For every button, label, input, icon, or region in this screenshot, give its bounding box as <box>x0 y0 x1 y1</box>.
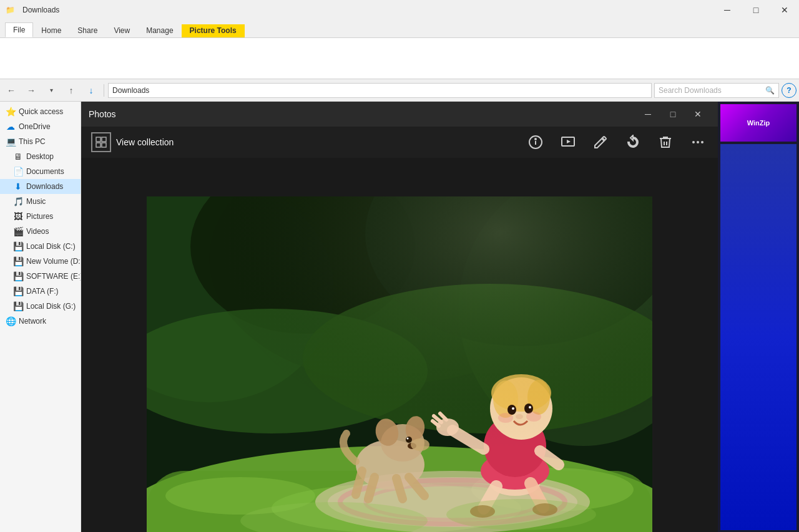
sidebar-item-this-pc[interactable]: 💻 This PC <box>0 134 81 149</box>
sidebar-item-new-volume-d[interactable]: 💾 New Volume (D: <box>0 254 81 269</box>
local-disk-g-icon: 💾 <box>12 301 24 312</box>
up-button[interactable]: ↑ <box>62 82 80 99</box>
forward-button[interactable]: → <box>22 82 40 99</box>
sidebar-item-downloads[interactable]: ⬇ Downloads <box>0 179 81 194</box>
slideshow-button[interactable] <box>558 132 578 152</box>
sidebar-item-documents[interactable]: 📄 Documents <box>0 164 81 179</box>
maximize-button[interactable]: □ <box>742 0 770 20</box>
sidebar-label-onedrive: OneDrive <box>19 122 51 131</box>
svg-rect-0 <box>96 137 100 142</box>
title-bar-text: Downloads <box>20 6 799 14</box>
sidebar-label-local-disk-g: Local Disk (G:) <box>26 302 76 311</box>
sidebar-label-videos: Videos <box>26 227 49 236</box>
this-pc-icon: 💻 <box>5 136 16 147</box>
sidebar-label-downloads: Downloads <box>26 182 63 191</box>
photo-display <box>147 196 652 533</box>
ribbon-content <box>0 37 799 79</box>
rotate-icon <box>625 135 640 150</box>
sidebar-label-music: Music <box>26 197 46 206</box>
sidebar-label-local-disk-c: Local Disk (C:) <box>26 242 76 251</box>
sidebar-item-local-disk-c[interactable]: 💾 Local Disk (C:) <box>0 239 81 254</box>
videos-icon: 🎬 <box>12 226 24 237</box>
sidebar: ⭐ Quick access ☁ OneDrive 💻 This PC 🖥 De… <box>0 102 81 532</box>
content-area: Photos ─ □ ✕ View collectio <box>81 102 799 532</box>
sidebar-item-software-e[interactable]: 💾 SOFTWARE (E:) <box>0 269 81 284</box>
svg-point-9 <box>692 141 695 143</box>
sidebar-label-pictures: Pictures <box>26 212 53 221</box>
close-button[interactable]: ✕ <box>770 0 799 20</box>
address-bar[interactable]: Downloads <box>108 83 652 98</box>
sidebar-label-software-e: SOFTWARE (E:) <box>26 272 81 281</box>
desktop-icon: 🖥 <box>12 151 24 162</box>
sidebar-label-this-pc: This PC <box>19 137 46 146</box>
sidebar-label-network: Network <box>19 317 46 326</box>
sidebar-label-documents: Documents <box>26 167 64 176</box>
photos-toolbar: View collection <box>81 127 718 158</box>
photos-window: Photos ─ □ ✕ View collectio <box>81 102 718 532</box>
sidebar-item-local-disk-g[interactable]: 💾 Local Disk (G:) <box>0 299 81 314</box>
tab-manage[interactable]: Manage <box>138 23 181 37</box>
title-bar: 📁 Downloads ─ □ ✕ <box>0 0 799 20</box>
collection-svg <box>96 137 107 148</box>
pictures-icon: 🖼 <box>12 211 24 222</box>
info-icon <box>528 135 543 150</box>
sidebar-label-desktop: Desktop <box>26 152 54 161</box>
local-disk-c-icon: 💾 <box>12 241 24 252</box>
info-button[interactable] <box>526 132 546 152</box>
sidebar-item-pictures[interactable]: 🖼 Pictures <box>0 209 81 224</box>
software-e-icon: 💾 <box>12 271 24 282</box>
title-bar-controls: ─ □ ✕ <box>713 0 799 20</box>
data-f-icon: 💾 <box>12 286 24 297</box>
photos-window-title: Photos <box>89 109 635 119</box>
tab-home[interactable]: Home <box>33 23 69 37</box>
tab-view[interactable]: View <box>105 23 138 37</box>
back-button[interactable]: ← <box>2 82 20 99</box>
music-icon: 🎵 <box>12 196 24 207</box>
svg-marker-8 <box>567 140 571 143</box>
quick-access-icon: ⭐ <box>5 106 16 117</box>
download-button[interactable]: ↓ <box>82 82 100 99</box>
rotate-button[interactable] <box>623 132 643 152</box>
edit-button[interactable] <box>591 132 610 152</box>
address-text: Downloads <box>112 86 149 95</box>
svg-point-10 <box>697 141 699 143</box>
search-box[interactable]: Search Downloads 🔍 <box>654 83 779 98</box>
search-icon: 🔍 <box>765 86 775 95</box>
network-icon: 🌐 <box>5 316 16 327</box>
photos-close-button[interactable]: ✕ <box>685 105 710 123</box>
tab-file[interactable]: File <box>5 22 33 37</box>
recent-button[interactable]: ▾ <box>42 82 60 99</box>
view-collection-icon <box>91 132 111 152</box>
tab-share[interactable]: Share <box>69 23 105 37</box>
sidebar-item-network[interactable]: 🌐 Network <box>0 314 81 329</box>
main-layout: ⭐ Quick access ☁ OneDrive 💻 This PC 🖥 De… <box>0 102 799 532</box>
photos-minimize-button[interactable]: ─ <box>635 105 660 123</box>
more-icon <box>690 135 705 150</box>
ribbon: File Home Share View Manage Picture Tool… <box>0 20 799 79</box>
search-placeholder: Search Downloads <box>659 86 722 95</box>
new-volume-d-icon: 💾 <box>12 256 24 267</box>
photos-maximize-button[interactable]: □ <box>660 105 685 123</box>
help-button[interactable]: ? <box>782 83 797 98</box>
downloads-icon: ⬇ <box>12 181 24 192</box>
photos-toolbar-left: View collection <box>91 132 174 152</box>
sidebar-item-desktop[interactable]: 🖥 Desktop <box>0 149 81 164</box>
slideshow-icon <box>561 135 576 150</box>
minimize-button[interactable]: ─ <box>713 0 742 20</box>
toolbar: ← → ▾ ↑ ↓ Downloads Search Downloads 🔍 ? <box>0 79 799 102</box>
sidebar-item-music[interactable]: 🎵 Music <box>0 194 81 209</box>
svg-rect-3 <box>102 143 106 147</box>
sidebar-item-data-f[interactable]: 💾 DATA (F:) <box>0 284 81 299</box>
pencil-icon <box>593 135 608 150</box>
delete-button[interactable] <box>655 132 675 152</box>
documents-icon: 📄 <box>12 166 24 177</box>
svg-point-11 <box>701 141 703 143</box>
sidebar-item-onedrive[interactable]: ☁ OneDrive <box>0 119 81 134</box>
sidebar-item-videos[interactable]: 🎬 Videos <box>0 224 81 239</box>
photos-image-area: Activate Windows <box>81 158 718 532</box>
sidebar-item-quick-access[interactable]: ⭐ Quick access <box>0 104 81 119</box>
onedrive-icon: ☁ <box>5 121 16 132</box>
tab-picture-tools[interactable]: Picture Tools <box>182 24 245 37</box>
more-button[interactable] <box>688 132 708 152</box>
winzip-banner: WinZip <box>720 104 797 142</box>
